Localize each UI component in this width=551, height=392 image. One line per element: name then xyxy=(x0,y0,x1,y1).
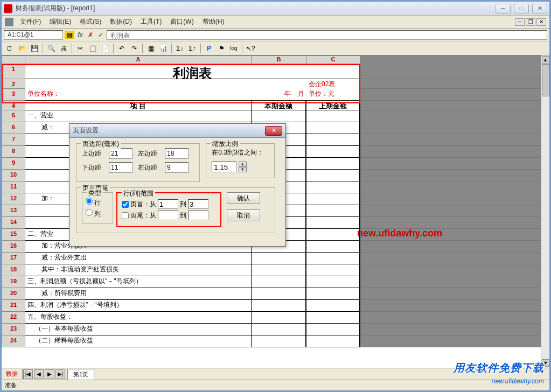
column-header-a[interactable]: A xyxy=(25,55,252,64)
row-header[interactable]: 17 xyxy=(2,253,25,264)
row-header[interactable]: 5 xyxy=(2,110,25,122)
sum2-button[interactable]: Σ↑ xyxy=(186,43,198,54)
row-header[interactable]: 2 xyxy=(2,79,25,89)
sub-close-button[interactable]: ✕ xyxy=(536,18,546,26)
row-header[interactable]: 23 xyxy=(2,324,25,335)
whatsthis-button[interactable]: ↖? xyxy=(245,43,256,54)
row-header[interactable]: 24 xyxy=(2,335,25,347)
cut-button[interactable]: ✂ xyxy=(74,43,86,54)
footer-from-input[interactable] xyxy=(158,211,178,220)
page-tab[interactable]: 第1页 xyxy=(67,369,94,380)
data-cell[interactable]: （二）稀释每股收益 xyxy=(25,335,252,347)
log-button[interactable]: log xyxy=(228,43,240,54)
row-header[interactable]: 12 xyxy=(2,193,25,205)
row-header[interactable]: 9 xyxy=(2,158,25,170)
preview-button[interactable]: 🔍 xyxy=(45,43,57,54)
row-header[interactable]: 8 xyxy=(2,146,25,158)
data-cell[interactable]: （一）基本每股收益 xyxy=(25,324,252,335)
data-cell[interactable]: 一、营业 xyxy=(25,110,252,122)
footer-checkbox[interactable] xyxy=(122,212,129,219)
menu-data[interactable]: 数据(D) xyxy=(106,16,136,27)
row-header[interactable]: 4 xyxy=(2,101,25,110)
maximize-button[interactable]: □ xyxy=(514,4,529,13)
close-button[interactable]: ✕ xyxy=(532,4,547,13)
row-header[interactable]: 7 xyxy=(2,134,25,146)
header-to-input[interactable] xyxy=(188,199,208,209)
row-header[interactable]: 18 xyxy=(2,264,25,276)
column-header-b[interactable]: B xyxy=(252,55,306,64)
menu-tools[interactable]: 工具(T) xyxy=(136,16,166,27)
row-header[interactable]: 11 xyxy=(2,181,25,193)
column-header-c[interactable]: C xyxy=(306,55,360,64)
save-button[interactable]: 💾 xyxy=(29,43,40,54)
menu-file[interactable]: 文件(F) xyxy=(16,16,45,27)
row-header[interactable]: 1 xyxy=(2,64,25,79)
header-current-cell[interactable]: 本期金额 xyxy=(252,101,306,110)
scale-up-button[interactable]: ▲ xyxy=(239,162,247,167)
vertical-scrollbar[interactable]: ▲ ▼ xyxy=(541,55,549,368)
row-header[interactable]: 20 xyxy=(2,288,25,300)
row-header[interactable]: 10 xyxy=(2,170,25,181)
report-title-cell[interactable]: 利润表 xyxy=(25,64,360,79)
radio-col[interactable] xyxy=(86,209,93,216)
sub-minimize-button[interactable]: ─ xyxy=(515,18,525,26)
nav-first-button[interactable]: |◀ xyxy=(23,369,33,379)
data-cell[interactable]: 减：所得税费用 xyxy=(25,288,252,300)
unit-label-cell[interactable]: 单位：元 xyxy=(306,89,360,101)
paste-button[interactable]: 📄 xyxy=(99,43,111,54)
header-checkbox[interactable] xyxy=(122,201,129,208)
radio-row[interactable] xyxy=(86,198,93,205)
data-cell[interactable]: 四、利润（净亏损以"－"号填列） xyxy=(25,300,252,312)
data-cell[interactable]: 其中：非流动资产处置损失 xyxy=(25,264,252,276)
new-button[interactable]: 🗋 xyxy=(4,43,16,54)
accept-icon[interactable]: ✓ xyxy=(96,31,105,39)
header-from-input[interactable] xyxy=(158,199,178,209)
data-cell[interactable]: 减：营业外支出 xyxy=(25,253,252,264)
scale-down-button[interactable]: ▼ xyxy=(239,167,247,172)
data-cell[interactable]: 五、每股收益： xyxy=(25,312,252,324)
left-margin-input[interactable] xyxy=(165,148,189,159)
ok-button[interactable]: 确认 xyxy=(227,192,260,204)
data-cell[interactable]: 三、利润总额（亏损总额以"－"号填列） xyxy=(25,276,252,288)
sub-restore-button[interactable]: ❐ xyxy=(526,18,535,26)
scroll-down-icon[interactable]: ▼ xyxy=(542,359,549,367)
minimize-button[interactable]: ─ xyxy=(496,4,511,13)
menu-edit[interactable]: 编辑(E) xyxy=(45,16,75,27)
row-header[interactable]: 21 xyxy=(2,300,25,312)
undo-button[interactable]: ↶ xyxy=(116,43,128,54)
top-margin-input[interactable] xyxy=(109,148,132,159)
nav-last-button[interactable]: ▶| xyxy=(55,369,65,379)
scale-input[interactable] xyxy=(212,162,236,172)
chart-button[interactable]: 📊 xyxy=(157,43,169,54)
table-code-cell[interactable]: 会企02表 xyxy=(306,79,360,89)
flag-button[interactable]: ⚑ xyxy=(215,43,227,54)
dialog-close-button[interactable]: ✕ xyxy=(265,126,282,136)
table-button[interactable]: ▦ xyxy=(145,43,157,54)
menu-format[interactable]: 格式(S) xyxy=(75,16,106,27)
right-margin-input[interactable] xyxy=(165,162,189,173)
menu-window[interactable]: 窗口(W) xyxy=(166,16,198,27)
row-header[interactable]: 13 xyxy=(2,205,25,217)
open-button[interactable]: 📂 xyxy=(16,43,28,54)
p-button[interactable]: P xyxy=(203,43,215,54)
footer-to-input[interactable] xyxy=(188,211,208,220)
cancel-button[interactable]: 取消 xyxy=(227,209,260,221)
row-header[interactable]: 19 xyxy=(2,276,25,288)
fx-icon[interactable]: fx xyxy=(76,31,85,39)
print-button[interactable]: 🖨 xyxy=(58,43,69,54)
menu-help[interactable]: 帮助(H) xyxy=(198,16,229,27)
scroll-thumb[interactable] xyxy=(542,64,549,96)
header-item-cell[interactable]: 项 目 xyxy=(25,101,252,110)
nav-prev-button[interactable]: ◀ xyxy=(34,369,44,379)
redo-button[interactable]: ↷ xyxy=(128,43,140,54)
copy-button[interactable]: 📋 xyxy=(87,43,99,54)
formula-input[interactable]: 利润表 xyxy=(107,30,547,40)
select-all-corner[interactable] xyxy=(2,55,25,64)
cancel-icon[interactable]: ✗ xyxy=(86,31,95,39)
sum-button[interactable]: Σ↓ xyxy=(174,43,186,54)
row-header[interactable]: 22 xyxy=(2,312,25,324)
row-header[interactable]: 15 xyxy=(2,229,25,241)
row-header[interactable]: 3 xyxy=(2,89,25,101)
scroll-up-icon[interactable]: ▲ xyxy=(542,56,549,64)
company-label-cell[interactable]: 单位名称： xyxy=(25,89,252,101)
